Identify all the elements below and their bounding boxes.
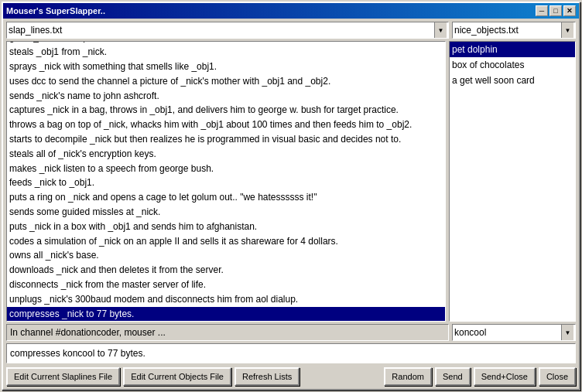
preview-row: compresses koncool to 77 bytes.	[6, 343, 576, 363]
slap-line-item[interactable]: makes _nick listen to a speech from geor…	[7, 162, 445, 176]
nick-combo-value: koncool	[454, 327, 561, 338]
slap-line-item[interactable]: disconnects _nick from the master server…	[7, 278, 445, 292]
slap-line-item[interactable]: sends some guided missles at _nick.	[7, 205, 445, 220]
preview-text: compresses koncool to 77 bytes.	[6, 343, 576, 363]
minimize-button[interactable]: ─	[536, 5, 548, 16]
slap-line-item[interactable]: sends _nick's name to john ashcroft.	[7, 89, 445, 104]
edit-objects-button[interactable]: Edit Current Objects File	[123, 367, 231, 386]
nick-combo[interactable]: koncool ▼	[452, 324, 576, 341]
right-panel: pet dolphinbox of chocolatesa get well s…	[449, 41, 576, 322]
send-button[interactable]: Send	[435, 367, 471, 386]
status-label: In channel #donationcoder, mouser ...	[6, 324, 449, 341]
refresh-button[interactable]: Refresh Lists	[235, 367, 300, 386]
slaplines-combo-value: slap_lines.txt	[9, 25, 434, 36]
slaplines-list[interactable]: slaps _nick with _obj1.stomps on _obj1 a…	[6, 41, 446, 322]
nick-combo-arrow: ▼	[561, 325, 573, 340]
top-combos-row: slap_lines.txt ▼ nice_objects.txt ▼	[6, 22, 576, 39]
slap-line-item[interactable]: uses dcc to send the channel a picture o…	[7, 74, 445, 89]
slaplines-combo-arrow: ▼	[434, 22, 447, 38]
window-title: Mouser's SuperSlapper..	[6, 6, 105, 15]
slap-line-item[interactable]: feeds _nick to _obj1.	[7, 176, 445, 190]
slap-line-item[interactable]: downloads _nick and then deletes it from…	[7, 263, 445, 278]
send-close-button[interactable]: Send+Close	[474, 367, 536, 386]
slap-line-item[interactable]: codes a simulation of _nick on an apple …	[7, 234, 445, 249]
slap-line-item[interactable]: sprays _nick with something that smells …	[7, 60, 445, 74]
title-bar-buttons: ─ □ ✕	[536, 5, 576, 16]
title-bar: Mouser's SuperSlapper.. ─ □ ✕	[3, 3, 579, 19]
objects-combo-arrow: ▼	[561, 22, 573, 38]
objects-list[interactable]: pet dolphinbox of chocolatesa get well s…	[449, 41, 576, 322]
object-list-item[interactable]: a get well soon card	[450, 73, 575, 88]
slap-line-item[interactable]: captures _nick in a bag, throws in _obj1…	[7, 103, 445, 118]
slaplines-combo[interactable]: slap_lines.txt ▼	[6, 22, 449, 39]
close-button[interactable]: ✕	[563, 5, 576, 16]
slap-line-item[interactable]: owns all _nick's base.	[7, 248, 445, 263]
slap-line-item[interactable]: steals _obj1 from _nick.	[7, 45, 445, 60]
close-window-button[interactable]: Close	[539, 367, 576, 386]
status-row: In channel #donationcoder, mouser ... ko…	[6, 324, 576, 341]
object-list-item[interactable]: pet dolphin	[450, 42, 575, 57]
maximize-button[interactable]: □	[549, 5, 562, 16]
content-area: slap_lines.txt ▼ nice_objects.txt ▼ slap…	[3, 19, 579, 389]
right-buttons: Random Send Send+Close Close	[384, 367, 576, 386]
slap-line-item[interactable]: puts a ring on _nick and opens a cage to…	[7, 190, 445, 205]
slap-line-item[interactable]: unplugs _nick's 300baud modem and discon…	[7, 292, 445, 307]
left-buttons: Edit Current Slaplines File Edit Current…	[6, 367, 300, 386]
main-window: Mouser's SuperSlapper.. ─ □ ✕ slap_lines…	[2, 2, 580, 390]
objects-combo-value: nice_objects.txt	[454, 25, 561, 36]
slap-line-item[interactable]: compresses _nick to 77 bytes.	[7, 307, 445, 322]
object-list-item[interactable]: box of chocolates	[450, 57, 575, 73]
edit-slaplines-button[interactable]: Edit Current Slaplines File	[6, 367, 120, 386]
objects-combo[interactable]: nice_objects.txt ▼	[452, 22, 576, 39]
slap-line-item[interactable]: steals all of _nick's encryption keys.	[7, 147, 445, 162]
main-area: slaps _nick with _obj1.stomps on _obj1 a…	[6, 41, 576, 322]
random-button[interactable]: Random	[384, 367, 432, 386]
slap-line-item[interactable]: puts _nick in a box with _obj1 and sends…	[7, 220, 445, 234]
buttons-row: Edit Current Slaplines File Edit Current…	[6, 366, 576, 386]
slap-line-item[interactable]: throws a bag on top of _nick, whacks him…	[7, 118, 445, 132]
slap-line-item[interactable]: starts to decompile _nick but then reali…	[7, 132, 445, 147]
